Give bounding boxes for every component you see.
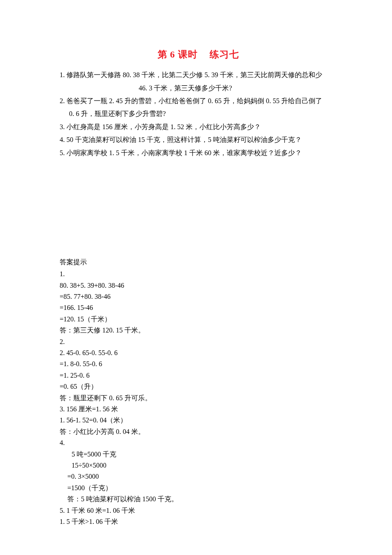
- page-title: 第 6 课时练习七: [60, 47, 337, 62]
- answer-3-line-3: 答：小红比小芳高 0. 04 米。: [60, 426, 337, 437]
- answer-4-line-4: =1500（千克）: [60, 483, 337, 494]
- answers-heading: 答案提示: [60, 257, 337, 268]
- answer-4-line-1: 5 吨=5000 千克: [60, 449, 337, 460]
- answers-section: 答案提示 1. 80. 38+5. 39+80. 38-46 =85. 77+8…: [60, 257, 337, 527]
- answer-4-number: 4.: [60, 437, 337, 448]
- title-part-1: 第 6 课时: [158, 49, 198, 60]
- question-3: 3. 小红身高是 156 厘米，小芳身高是 1. 52 米，小红比小芳高多少？: [60, 121, 337, 133]
- answer-2-line-5: 答：瓶里还剩下 0. 65 升可乐。: [60, 393, 337, 404]
- question-1-line-1: 1. 修路队第一天修路 80. 38 千米，比第二天少修 5. 39 千米，第三…: [60, 69, 337, 81]
- question-2-line-1: 2. 爸爸买了一瓶 2. 45 升的雪碧，小红给爸爸倒了 0. 65 升，给妈妈…: [60, 95, 337, 107]
- answer-1-number: 1.: [60, 269, 337, 280]
- answer-1-line-3: =166. 15-46: [60, 302, 337, 313]
- answer-4-line-5: 答：5 吨油菜籽可以榨油 1500 千克。: [60, 494, 337, 505]
- answer-4-line-3: =0. 3×5000: [60, 471, 337, 482]
- answer-5-line-2: 1. 5 千米>1. 06 千米: [60, 516, 337, 527]
- answer-2-line-1: 2. 45-0. 65-0. 55-0. 6: [60, 347, 337, 358]
- answer-3-line-2: 1. 56-1. 52=0. 04（米）: [60, 415, 337, 426]
- answer-5-line-1: 5. 1 千米 60 米=1. 06 千米: [60, 505, 337, 516]
- answer-1-line-5: 答：第三天修 120. 15 千米。: [60, 325, 337, 336]
- question-2-line-2: 0. 6 升，瓶里还剩下多少升雪碧?: [60, 108, 337, 119]
- answer-2-line-2: =1. 8-0. 55-0. 6: [60, 358, 337, 370]
- answer-1-line-1: 80. 38+5. 39+80. 38-46: [60, 280, 337, 291]
- answer-4-line-2: 15÷50×5000: [60, 460, 337, 471]
- answer-1-line-4: =120. 15（千米）: [60, 314, 337, 325]
- question-4: 4. 50 千克油菜籽可以榨油 15 千克，照这样计算，5 吨油菜籽可以榨油多少…: [60, 134, 337, 145]
- answer-2-number: 2.: [60, 336, 337, 347]
- answer-2-line-4: =0. 65（升）: [60, 381, 337, 392]
- answer-3-line-1: 3. 156 厘米=1. 56 米: [60, 404, 337, 415]
- title-part-2: 练习七: [210, 49, 239, 60]
- question-1-line-2: 46. 3 千米，第三天修多少千米?: [60, 83, 337, 94]
- question-5: 5. 小明家离学校 1. 5 千米，小南家离学校 1 千米 60 米，谁家离学校…: [60, 147, 337, 159]
- questions-section: 1. 修路队第一天修路 80. 38 千米，比第二天少修 5. 39 千米，第三…: [60, 69, 337, 159]
- answer-2-line-3: =1. 25-0. 6: [60, 370, 337, 381]
- answer-1-line-2: =85. 77+80. 38-46: [60, 291, 337, 302]
